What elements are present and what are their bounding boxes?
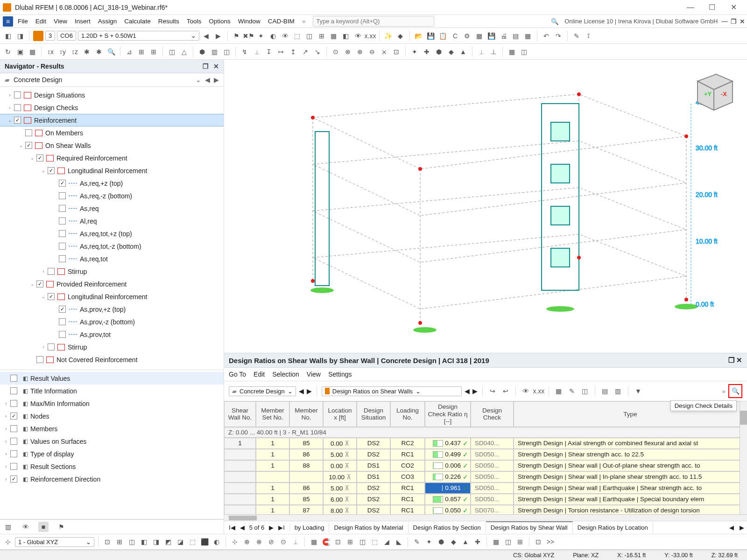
navigator-tree[interactable]: › Design Situations › Design Checks ⌄ Re… — [0, 87, 224, 370]
loadcase-number[interactable]: 3 — [45, 31, 55, 41]
toolbar2-icon-31[interactable]: ⊗ — [343, 47, 353, 57]
cell-code[interactable]: SD050... — [471, 449, 514, 460]
toolbar-icon-3[interactable]: ◐ — [268, 31, 278, 41]
tree-item[interactable]: As,req,+z (top) — [0, 177, 224, 189]
search-input[interactable] — [313, 16, 434, 27]
column-header[interactable]: DesignCheck Ratio η [--] — [425, 401, 471, 427]
loadcase-prev-icon[interactable]: ◀ — [201, 31, 211, 41]
results-menu-edit[interactable]: Edit — [254, 371, 265, 378]
toolbar3-icon-24[interactable]: ◢ — [381, 537, 392, 547]
checkbox[interactable] — [14, 91, 21, 98]
toolbar2-icon-8[interactable]: ✱ — [94, 47, 104, 57]
toolbar3-icon-32[interactable]: ✚ — [472, 537, 483, 547]
tree-item[interactable]: › Design Checks — [0, 101, 224, 114]
tab-3[interactable]: Design Ratios by Shear Wall — [486, 521, 573, 533]
toolbar-icon[interactable]: ◨ — [15, 31, 25, 41]
app-menu-icon[interactable]: ≡ — [3, 16, 13, 27]
toolbar2-icon-20[interactable]: ◫ — [221, 47, 232, 57]
cell-location[interactable]: 6.00 ⊼ — [323, 494, 357, 505]
minimize-button[interactable]: — — [680, 3, 701, 12]
view-cube[interactable]: +Y -X — [688, 67, 740, 114]
overflow-icon[interactable]: » — [722, 388, 726, 395]
checkbox[interactable] — [36, 154, 43, 161]
toolbar2-icon-1[interactable]: ▣ — [15, 47, 25, 57]
option-item[interactable]: › ◧ Result Sections — [0, 460, 224, 473]
cell-ds[interactable]: DS1 — [357, 460, 390, 471]
cell-wall[interactable] — [224, 483, 256, 494]
cell-location[interactable]: 8.00 ⊼ — [323, 505, 357, 514]
tree-item[interactable]: ⌄ Longitudinal Reinforcement — [0, 290, 224, 303]
toolbar-icon-6[interactable]: ◫ — [304, 31, 315, 41]
expand-icon[interactable]: › — [40, 344, 47, 350]
mdi-minimize-button[interactable]: — — [722, 18, 728, 25]
category-label[interactable]: Concrete Design — [14, 76, 62, 84]
toolbar2-icon-35[interactable]: ⊡ — [391, 47, 402, 57]
toolbar-icon-21[interactable]: ▦ — [474, 31, 485, 41]
toolbar3-icon-6[interactable]: ◪ — [175, 537, 185, 547]
cell-ratio[interactable]: 0.226✓ — [425, 471, 471, 483]
cell-wall[interactable] — [224, 449, 256, 460]
toolbar2-icon-2[interactable]: ▦ — [27, 47, 37, 57]
checkbox[interactable] — [59, 318, 66, 325]
column-header[interactable]: MemberNo. — [289, 401, 323, 427]
toolbar3-icon-16[interactable]: ⟂ — [290, 537, 301, 547]
loadcase-next-icon[interactable]: ▶ — [213, 31, 224, 41]
option-item[interactable]: › ◧ Members — [0, 422, 224, 435]
cell-loading[interactable]: RC1 — [390, 449, 425, 460]
tab-2[interactable]: Design Ratios by Section — [409, 522, 486, 533]
tree-item[interactable]: As,req,-z (bottom) — [0, 189, 224, 202]
toolbar3-icon-3[interactable]: ◧ — [139, 537, 149, 547]
toolbar2-icon-18[interactable]: ⬢ — [197, 47, 207, 57]
cell-set[interactable]: 1 — [256, 494, 289, 505]
cell-ds[interactable]: DS2 — [357, 438, 390, 449]
combo2-prev-icon[interactable]: ◀ — [465, 387, 470, 395]
checkbox[interactable] — [48, 293, 55, 300]
checkbox[interactable] — [59, 331, 66, 338]
navigator-options[interactable]: ◧ Result Values ◧ Title Information › ◧ … — [0, 370, 224, 519]
cell-loading[interactable]: RC1 — [390, 483, 425, 494]
checkbox[interactable] — [25, 142, 32, 149]
toolbar-icon-28[interactable]: ↷ — [553, 31, 564, 41]
toolbar2-icon-16[interactable]: △ — [179, 47, 189, 57]
toolbar3-icon-7[interactable]: ⬚ — [187, 537, 197, 547]
checkbox[interactable] — [59, 217, 66, 224]
tree-item[interactable]: ⌄ Required Reinforcement — [0, 152, 224, 164]
toolbar2-icon-6[interactable]: ↕z — [70, 47, 80, 57]
toolbar-icon-25[interactable]: ▦ — [523, 31, 533, 41]
tree-item[interactable]: ⌄ Provided Reinforcement — [0, 278, 224, 290]
combo-result-table[interactable]: Design Ratios on Shear Walls⌄ — [322, 386, 462, 396]
expand-icon[interactable]: › — [3, 464, 9, 469]
checkbox[interactable] — [59, 205, 66, 212]
toolbar3-icon-30[interactable]: ◆ — [448, 537, 458, 547]
first-icon[interactable]: I◀ — [229, 524, 235, 531]
results-menu-settings[interactable]: Settings — [328, 371, 352, 378]
cell-ds[interactable]: DS2 — [357, 494, 390, 505]
checkbox[interactable] — [10, 400, 17, 407]
tree-item[interactable]: On Members — [0, 126, 224, 139]
last-icon[interactable]: ▶I — [278, 524, 285, 531]
checkbox[interactable] — [10, 450, 17, 457]
expand-icon[interactable]: ⌄ — [18, 143, 24, 148]
tree-item[interactable]: ⌄ Longitudinal Reinforcement — [0, 164, 224, 177]
mdi-close-button[interactable]: ✕ — [740, 18, 745, 25]
option-item[interactable]: › ◧ Nodes — [0, 410, 224, 422]
tree-item[interactable]: As,req,tot — [0, 252, 224, 265]
checkbox[interactable] — [25, 129, 32, 136]
toolbar3-icon-25[interactable]: ◣ — [394, 537, 404, 547]
expand-icon[interactable]: › — [3, 451, 9, 456]
category-prev-icon[interactable]: ◀ — [205, 76, 210, 84]
toolbar2-icon-24[interactable]: ↧ — [264, 47, 274, 57]
cell-desc[interactable]: Strength Design | Shear wall | In-plane … — [514, 471, 747, 483]
maximize-button[interactable]: ☐ — [701, 3, 723, 12]
toolbar3-icon-9[interactable]: ◐ — [211, 537, 222, 547]
toolbar2-icon-33[interactable]: ⊖ — [367, 47, 377, 57]
expand-icon[interactable]: ⌄ — [7, 118, 13, 123]
toolbar2-icon-32[interactable]: ⊕ — [355, 47, 365, 57]
toolbar3-icon-11[interactable]: ⊹ — [230, 537, 240, 547]
expand-icon[interactable]: ⌄ — [40, 294, 47, 299]
option-item[interactable]: ◧ Title Information — [0, 385, 224, 397]
toolbar3-icon-39[interactable]: >> — [545, 537, 556, 547]
cell-desc[interactable]: Strength Design | Shear wall | Out-of-pl… — [514, 460, 747, 471]
expand-icon[interactable]: › — [7, 105, 13, 110]
menu-window[interactable]: Window — [234, 16, 264, 27]
